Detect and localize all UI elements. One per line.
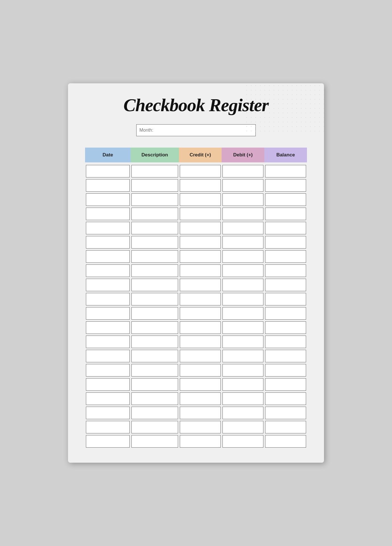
table-cell[interactable] <box>86 279 130 291</box>
table-cell[interactable] <box>222 307 263 320</box>
table-cell[interactable] <box>222 293 263 305</box>
table-cell[interactable] <box>180 222 221 234</box>
table-cell[interactable] <box>222 208 263 220</box>
table-cell[interactable] <box>180 364 221 377</box>
table-cell[interactable] <box>265 364 306 377</box>
table-cell[interactable] <box>222 222 263 234</box>
table-cell[interactable] <box>265 250 306 263</box>
table-cell[interactable] <box>86 435 130 448</box>
table-cell[interactable] <box>131 364 178 377</box>
table-cell[interactable] <box>86 336 130 348</box>
table-cell[interactable] <box>180 293 221 305</box>
table-cell[interactable] <box>180 435 221 448</box>
table-cell[interactable] <box>265 193 306 206</box>
table-cell[interactable] <box>131 250 178 263</box>
table-cell[interactable] <box>265 307 306 320</box>
table-cell[interactable] <box>180 208 221 220</box>
table-cell[interactable] <box>131 421 178 433</box>
table-cell[interactable] <box>180 236 221 249</box>
table-cell[interactable] <box>180 179 221 192</box>
table-cell[interactable] <box>265 222 306 234</box>
table-cell[interactable] <box>131 307 178 320</box>
table-cell[interactable] <box>86 407 130 419</box>
table-cell[interactable] <box>222 179 263 192</box>
table-cell[interactable] <box>131 279 178 291</box>
table-cell[interactable] <box>222 321 263 334</box>
table-cell[interactable] <box>131 208 178 220</box>
table-cell[interactable] <box>131 407 178 419</box>
table-cell[interactable] <box>222 250 263 263</box>
table-cell[interactable] <box>86 307 130 320</box>
table-cell[interactable] <box>222 407 263 419</box>
table-cell[interactable] <box>131 293 178 305</box>
table-cell[interactable] <box>265 392 306 405</box>
table-cell[interactable] <box>180 378 221 391</box>
table-cell[interactable] <box>86 321 130 334</box>
table-cell[interactable] <box>222 165 263 177</box>
month-input[interactable] <box>136 124 256 136</box>
table-cell[interactable] <box>86 236 130 249</box>
table-cell[interactable] <box>222 279 263 291</box>
table-cell[interactable] <box>180 407 221 419</box>
table-cell[interactable] <box>131 392 178 405</box>
table-cell[interactable] <box>180 336 221 348</box>
table-cell[interactable] <box>86 208 130 220</box>
table-cell[interactable] <box>86 222 130 234</box>
table-cell[interactable] <box>265 378 306 391</box>
table-cell[interactable] <box>222 350 263 362</box>
table-cell[interactable] <box>86 392 130 405</box>
table-cell[interactable] <box>180 279 221 291</box>
table-cell[interactable] <box>86 179 130 192</box>
table-cell[interactable] <box>86 364 130 377</box>
table-cell[interactable] <box>86 264 130 277</box>
table-cell[interactable] <box>265 407 306 419</box>
table-cell[interactable] <box>265 293 306 305</box>
table-cell[interactable] <box>180 165 221 177</box>
table-cell[interactable] <box>180 264 221 277</box>
table-cell[interactable] <box>131 336 178 348</box>
table-cell[interactable] <box>222 236 263 249</box>
table-cell[interactable] <box>131 179 178 192</box>
table-cell[interactable] <box>222 364 263 377</box>
table-cell[interactable] <box>222 193 263 206</box>
table-cell[interactable] <box>86 165 130 177</box>
table-cell[interactable] <box>265 421 306 433</box>
table-cell[interactable] <box>86 250 130 263</box>
table-cell[interactable] <box>131 193 178 206</box>
table-cell[interactable] <box>222 378 263 391</box>
table-cell[interactable] <box>131 350 178 362</box>
table-cell[interactable] <box>222 392 263 405</box>
table-cell[interactable] <box>131 165 178 177</box>
table-cell[interactable] <box>131 264 178 277</box>
table-cell[interactable] <box>265 350 306 362</box>
table-cell[interactable] <box>131 378 178 391</box>
table-cell[interactable] <box>131 236 178 249</box>
table-cell[interactable] <box>222 264 263 277</box>
table-cell[interactable] <box>180 321 221 334</box>
table-cell[interactable] <box>265 264 306 277</box>
table-cell[interactable] <box>180 193 221 206</box>
table-cell[interactable] <box>265 321 306 334</box>
table-cell[interactable] <box>180 250 221 263</box>
table-cell[interactable] <box>222 336 263 348</box>
table-cell[interactable] <box>180 307 221 320</box>
table-cell[interactable] <box>265 435 306 448</box>
table-cell[interactable] <box>265 279 306 291</box>
table-cell[interactable] <box>131 435 178 448</box>
table-cell[interactable] <box>86 193 130 206</box>
table-cell[interactable] <box>86 421 130 433</box>
table-cell[interactable] <box>265 208 306 220</box>
table-cell[interactable] <box>180 421 221 433</box>
table-cell[interactable] <box>222 421 263 433</box>
table-cell[interactable] <box>86 350 130 362</box>
table-cell[interactable] <box>265 336 306 348</box>
table-cell[interactable] <box>86 378 130 391</box>
table-cell[interactable] <box>222 435 263 448</box>
table-cell[interactable] <box>86 293 130 305</box>
table-cell[interactable] <box>180 350 221 362</box>
table-cell[interactable] <box>265 165 306 177</box>
table-cell[interactable] <box>265 179 306 192</box>
table-cell[interactable] <box>180 392 221 405</box>
table-cell[interactable] <box>131 321 178 334</box>
table-cell[interactable] <box>131 222 178 234</box>
